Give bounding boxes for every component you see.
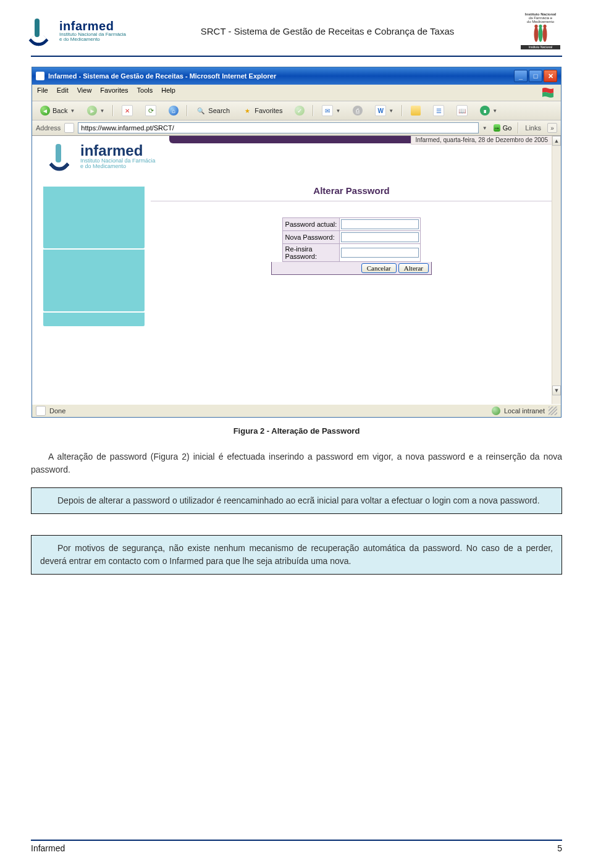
search-button[interactable]: 🔍Search (191, 103, 234, 118)
mail-button[interactable]: ✉▼ (318, 103, 345, 118)
ie-menu-bar: File Edit View Favorites Tools Help (32, 85, 561, 101)
ie-window-title: Infarmed - Sistema de Gestão de Receitas… (48, 72, 276, 80)
ie-page-icon (36, 72, 44, 80)
menu-tools[interactable]: Tools (137, 86, 153, 99)
folder-button[interactable] (406, 103, 425, 118)
zone-label: Local intranet (504, 407, 545, 415)
figure-2: Infarmed - Sistema de Gestão de Receitas… (31, 67, 562, 418)
back-button[interactable]: ◄Back▼ (36, 103, 79, 118)
footer-page-number: 5 (557, 843, 562, 853)
svg-point-0 (534, 27, 539, 42)
form-button-row: Cancelar Alterar (271, 262, 432, 275)
doc-footer: Infarmed 5 (31, 840, 562, 853)
research-button[interactable]: 📖 (452, 103, 472, 118)
edit-button[interactable]: W▼ (371, 103, 398, 118)
ie-viewport: Infarmed, quarta-feira, 28 de Dezembro d… (32, 136, 561, 404)
row-new-password: Nova Password: (282, 231, 421, 244)
sidebar-block[interactable] (43, 248, 145, 311)
header-rule (31, 56, 562, 57)
sidebar-block[interactable] (43, 185, 145, 248)
menu-view[interactable]: View (77, 86, 92, 99)
favorites-button[interactable]: ★Favorites (238, 103, 287, 118)
ie-status-bar: Done Local intranet (32, 404, 561, 417)
app-main: Alterar Password Password actual: Nova P… (145, 185, 552, 404)
windows-flag-icon (540, 86, 556, 99)
label-confirm: Re-insira Password: (282, 244, 340, 262)
links-label[interactable]: Links (523, 124, 544, 132)
app-logo: infarmed Instituto Nacional da Farmácia … (51, 143, 156, 169)
infarmed-mark-icon (31, 19, 56, 43)
ie-address-bar: Address ▼ →Go Links » (32, 120, 561, 136)
refresh-button[interactable]: ⟳ (141, 103, 161, 118)
discuss-button[interactable]: ☰ (429, 103, 448, 118)
submit-button[interactable]: Alterar (398, 263, 429, 273)
heading-rule (151, 201, 552, 201)
address-input[interactable] (78, 122, 478, 133)
messenger-button[interactable]: ∎▼ (476, 103, 502, 118)
status-page-icon (36, 406, 46, 416)
logo-subtitle-2: e do Medicamento (59, 37, 126, 42)
doc-header: infarmed Instituto Nacional da Farmácia … (31, 12, 562, 53)
address-dropdown-icon[interactable]: ▼ (482, 125, 487, 131)
menu-favorites[interactable]: Favorites (100, 86, 128, 99)
close-button[interactable]: ✕ (544, 70, 557, 82)
maximize-button[interactable]: □ (529, 70, 542, 82)
home-button[interactable]: ⌂ (164, 103, 183, 118)
input-confirm-password[interactable] (341, 248, 419, 258)
govt-seal: Instituto Nacional da Farmácia e do Medi… (519, 12, 562, 49)
page-icon (64, 123, 74, 133)
ie-window: Infarmed - Sistema de Gestão de Receitas… (32, 67, 561, 418)
svg-point-3 (534, 25, 537, 28)
figure-caption: Figura 2 - Alteração de Password (31, 426, 562, 436)
toolbar-sep (313, 105, 314, 116)
scroll-up-icon[interactable]: ▲ (552, 136, 561, 146)
resize-grip-icon[interactable] (549, 407, 557, 415)
go-button[interactable]: →Go (491, 124, 515, 132)
toolbar-sep (112, 105, 114, 116)
app-sidebar (43, 185, 145, 404)
svg-point-4 (539, 25, 542, 28)
label-current: Password actual: (282, 218, 340, 231)
status-text: Done (49, 407, 65, 415)
password-form: Password actual: Nova Password: Re-in (282, 217, 421, 262)
ie-titlebar[interactable]: Infarmed - Sistema de Gestão de Receitas… (32, 67, 561, 85)
print-button[interactable]: ⎙ (348, 103, 367, 118)
paragraph-intro: A alteração de password (Figura 2) inici… (31, 450, 562, 476)
sidebar-block[interactable] (43, 311, 145, 326)
page-heading: Alterar Password (151, 185, 552, 196)
toolbar-sep (402, 105, 403, 116)
infarmed-logo-header: infarmed Instituto Nacional da Farmácia … (31, 15, 136, 46)
app-date-status: Infarmed, quarta-feira, 28 de Dezembro d… (411, 136, 552, 145)
input-new-password[interactable] (341, 232, 419, 242)
menu-help[interactable]: Help (161, 86, 175, 99)
ie-toolbar: ◄Back▼ ►▼ ✕ ⟳ ⌂ 🔍Search ★Favorites ✓ ✉▼ … (32, 101, 561, 120)
svg-point-2 (543, 27, 547, 42)
people-seal-icon (530, 23, 551, 45)
svg-point-5 (543, 25, 546, 28)
zone-icon (492, 407, 500, 415)
label-new: Nova Password: (282, 231, 340, 244)
doc-title: SRCT - Sistema de Gestão de Receitas e C… (136, 26, 519, 36)
info-box-1: Depois de alterar a password o utilizado… (31, 487, 562, 514)
links-chevron-icon[interactable]: » (547, 123, 557, 133)
media-button[interactable]: ✓ (290, 103, 309, 118)
row-confirm-password: Re-insira Password: (282, 244, 421, 262)
cancel-button[interactable]: Cancelar (361, 263, 397, 273)
row-current-password: Password actual: (282, 218, 421, 231)
input-current-password[interactable] (341, 219, 419, 229)
info-box-2: Por motivos de segurança, não existe nen… (31, 535, 562, 575)
logo-name: infarmed (59, 20, 126, 32)
menu-edit[interactable]: Edit (57, 86, 69, 99)
toolbar-sep (187, 105, 188, 116)
minimize-button[interactable]: _ (514, 70, 528, 82)
vertical-scrollbar[interactable]: ▲ ▼ (552, 136, 561, 404)
menu-file[interactable]: File (37, 86, 48, 99)
scroll-down-icon[interactable]: ▼ (552, 386, 561, 395)
infarmed-mark-icon (51, 144, 75, 169)
stop-button[interactable]: ✕ (117, 103, 137, 118)
svg-point-1 (539, 27, 543, 42)
address-label: Address (36, 124, 61, 132)
forward-button[interactable]: ►▼ (83, 103, 109, 118)
footer-left: Infarmed (31, 843, 65, 853)
